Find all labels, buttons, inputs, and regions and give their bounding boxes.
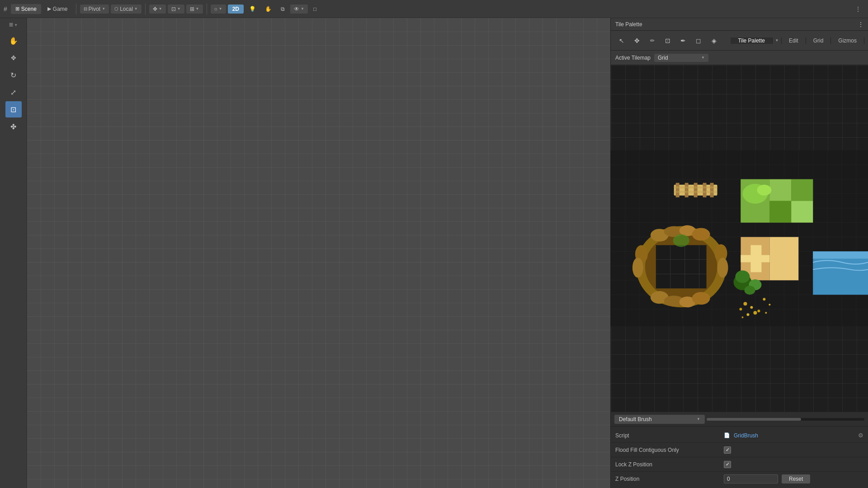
svg-point-85 [765,312,767,314]
script-link[interactable]: GridBrush [734,432,758,439]
layers-btn[interactable]: ⧉ [277,5,288,14]
svg-point-80 [746,313,749,316]
move-tool[interactable]: ✥ ▼ [149,5,166,14]
svg-rect-40 [791,179,813,201]
tab-gizmos[interactable]: Gizmos [831,38,864,44]
tile-move-icon: ✥ [634,37,640,44]
scene-icon: ⊞ [15,6,19,12]
scene-tab-label: Scene [21,6,37,12]
scene-viewport[interactable] [27,18,610,488]
reset-button[interactable]: Reset [782,474,810,483]
visibility-dropdown[interactable]: 👁 ▼ [290,5,308,14]
pivot-arrow: ▼ [102,7,105,11]
tab-tile-palette[interactable]: Tile Palette [731,38,773,44]
svg-point-73 [736,270,750,283]
flood-fill-checkbox[interactable]: ✓ [724,446,731,454]
hand-tool[interactable]: ✋ [5,33,22,49]
tile-tools-right: Tile Palette ▼ Edit Grid Gizmos [731,38,864,44]
select-tool[interactable]: ↖ [614,33,629,48]
visibility-icon: 👁 [294,6,299,12]
flood-fill-row: Flood Fill Contiguous Only ✓ [611,443,868,457]
svg-point-79 [753,311,757,314]
brush-dropdown-arrow: ▼ [697,417,700,421]
grid-background [27,18,610,488]
grid-snap-icon: ⊞ [190,6,194,12]
svg-rect-53 [656,245,707,288]
palette-svg [611,65,868,412]
tilemap-dropdown[interactable]: Grid ▼ [654,54,708,62]
game-tab[interactable]: ▶ Game [43,4,72,14]
local-dropdown[interactable]: ⬡ Local ▼ [111,5,142,14]
brush-properties: Script 📄 GridBrush ⚙ Flood Fill Contiguo… [611,427,868,488]
pivot-label: Pivot [89,6,101,12]
panel-more-btn[interactable]: ⋮ [858,21,863,28]
scale-tool[interactable]: ⤢ [5,84,22,100]
brush-scrollbar-thumb [707,418,801,421]
tab-grid-label: Grid [813,38,824,44]
rotate-tool[interactable]: ↻ [5,67,22,83]
svg-point-71 [673,235,689,247]
local-label: Local [120,6,133,12]
picker-icon: ✒ [680,37,686,44]
tile-canvas[interactable] [611,65,868,412]
pivot-dropdown[interactable]: ⊟ Pivot ▼ [80,5,109,14]
tilemap-dropdown-arrow: ▼ [701,56,705,60]
scene-more-btn[interactable]: ⋮ [852,5,864,14]
picker-tool[interactable]: ✒ [676,33,690,48]
tab-edit[interactable]: Edit [782,38,806,44]
move-arrow: ▼ [159,7,162,11]
svg-rect-50 [813,251,868,258]
tab-grid[interactable]: Grid [806,38,831,44]
svg-point-75 [744,286,755,295]
panel-header: Tile Palette ⋮ [611,18,868,31]
rect2-btn[interactable]: □ [310,5,320,14]
erase-icon: ◻ [696,37,701,44]
svg-point-82 [763,298,765,300]
tab-edit-label: Edit [789,38,798,44]
z-position-row: Z Position Reset [611,472,868,486]
svg-point-57 [692,228,710,241]
scene-tab[interactable]: ⊞ Scene [11,4,41,14]
transform-tool[interactable]: ✤ [5,118,22,135]
erase-tool[interactable]: ◻ [691,33,706,48]
move-tool-icon: ✥ [11,54,16,61]
divider-3 [207,4,207,14]
script-gear[interactable]: ⚙ [858,432,863,439]
rect2-icon: □ [313,6,316,12]
grid-snap-tool[interactable]: ⊞ ▼ [186,5,203,14]
lock-z-checkbox[interactable]: ✓ [724,461,731,468]
flood-fill-value: ✓ [724,446,863,454]
layers-icon: ⧉ [281,6,285,12]
z-position-input[interactable] [724,474,778,483]
circle-tool[interactable]: ○ ▼ [211,5,226,14]
svg-point-83 [769,304,770,305]
svg-point-65 [692,292,710,305]
rect-select-tool[interactable]: ⊡ [5,101,22,117]
brush-scrollbar[interactable] [707,418,864,421]
layers-menu[interactable]: ≡ ▼ [7,20,19,30]
tab-palette-dropdown-arrow: ▼ [775,38,779,42]
tab-gizmos-label: Gizmos [838,38,857,44]
panel-title: Tile Palette [615,21,642,28]
box-tool[interactable]: ⊡ [660,33,675,48]
move-tool-left[interactable]: ✥ [5,50,22,66]
svg-rect-33 [703,183,707,197]
brush-panel: Default Brush ▼ Script 📄 GridBrush [611,412,868,488]
paint-tool[interactable]: ✏ [645,33,660,48]
svg-point-81 [741,316,743,318]
hand-btn[interactable]: ✋ [261,5,275,14]
z-position-label: Z Position [615,476,724,482]
toggle-2d[interactable]: 2D [228,5,244,14]
rect-tool[interactable]: ⊡ ▼ [168,5,184,14]
script-value: 📄 GridBrush ⚙ [724,432,863,439]
tile-tools: ↖ ✥ ✏ ⊡ ✒ ◻ ◈ [611,31,868,51]
tab-palette-dropdown[interactable]: ▼ [773,38,782,44]
tile-move-tool[interactable]: ✥ [630,33,644,48]
light-btn[interactable]: 💡 [245,5,259,14]
grid-snap-arrow: ▼ [196,7,199,11]
box-icon: ⊡ [665,37,670,44]
toggle-2d-label: 2D [232,6,239,12]
fill-tool[interactable]: ◈ [707,33,721,48]
svg-point-44 [757,185,771,196]
brush-select[interactable]: Default Brush ▼ [614,415,705,424]
